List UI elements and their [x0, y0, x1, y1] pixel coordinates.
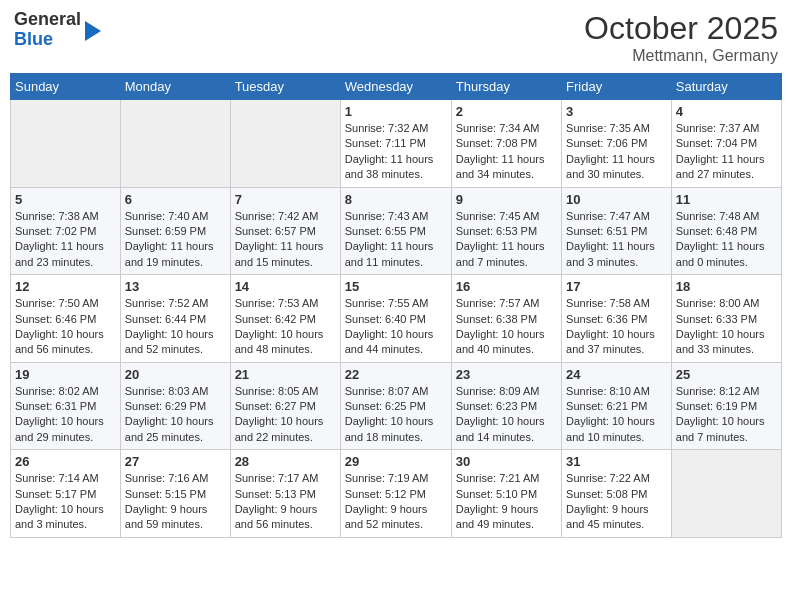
calendar-cell: 4Sunrise: 7:37 AM Sunset: 7:04 PM Daylig… — [671, 100, 781, 188]
calendar-table: SundayMondayTuesdayWednesdayThursdayFrid… — [10, 73, 782, 538]
title-block: October 2025 Mettmann, Germany — [584, 10, 778, 65]
month-year-title: October 2025 — [584, 10, 778, 47]
day-info: Sunrise: 8:02 AM Sunset: 6:31 PM Dayligh… — [15, 384, 116, 446]
day-info: Sunrise: 7:32 AM Sunset: 7:11 PM Dayligh… — [345, 121, 447, 183]
calendar-header-row: SundayMondayTuesdayWednesdayThursdayFrid… — [11, 74, 782, 100]
day-info: Sunrise: 7:57 AM Sunset: 6:38 PM Dayligh… — [456, 296, 557, 358]
calendar-cell: 14Sunrise: 7:53 AM Sunset: 6:42 PM Dayli… — [230, 275, 340, 363]
day-number: 1 — [345, 104, 447, 119]
day-info: Sunrise: 7:21 AM Sunset: 5:10 PM Dayligh… — [456, 471, 557, 533]
day-number: 2 — [456, 104, 557, 119]
calendar-cell: 23Sunrise: 8:09 AM Sunset: 6:23 PM Dayli… — [451, 362, 561, 450]
day-number: 20 — [125, 367, 226, 382]
day-number: 22 — [345, 367, 447, 382]
day-number: 9 — [456, 192, 557, 207]
calendar-cell: 26Sunrise: 7:14 AM Sunset: 5:17 PM Dayli… — [11, 450, 121, 538]
calendar-week-row: 5Sunrise: 7:38 AM Sunset: 7:02 PM Daylig… — [11, 187, 782, 275]
calendar-week-row: 1Sunrise: 7:32 AM Sunset: 7:11 PM Daylig… — [11, 100, 782, 188]
day-info: Sunrise: 7:50 AM Sunset: 6:46 PM Dayligh… — [15, 296, 116, 358]
logo-text: General Blue — [14, 10, 81, 50]
calendar-cell: 22Sunrise: 8:07 AM Sunset: 6:25 PM Dayli… — [340, 362, 451, 450]
day-number: 14 — [235, 279, 336, 294]
day-number: 3 — [566, 104, 667, 119]
day-info: Sunrise: 7:34 AM Sunset: 7:08 PM Dayligh… — [456, 121, 557, 183]
calendar-cell: 12Sunrise: 7:50 AM Sunset: 6:46 PM Dayli… — [11, 275, 121, 363]
day-info: Sunrise: 7:48 AM Sunset: 6:48 PM Dayligh… — [676, 209, 777, 271]
day-info: Sunrise: 7:52 AM Sunset: 6:44 PM Dayligh… — [125, 296, 226, 358]
calendar-cell: 31Sunrise: 7:22 AM Sunset: 5:08 PM Dayli… — [562, 450, 672, 538]
day-info: Sunrise: 7:19 AM Sunset: 5:12 PM Dayligh… — [345, 471, 447, 533]
calendar-cell: 16Sunrise: 7:57 AM Sunset: 6:38 PM Dayli… — [451, 275, 561, 363]
calendar-cell: 2Sunrise: 7:34 AM Sunset: 7:08 PM Daylig… — [451, 100, 561, 188]
day-number: 6 — [125, 192, 226, 207]
day-info: Sunrise: 8:03 AM Sunset: 6:29 PM Dayligh… — [125, 384, 226, 446]
header-saturday: Saturday — [671, 74, 781, 100]
day-info: Sunrise: 8:05 AM Sunset: 6:27 PM Dayligh… — [235, 384, 336, 446]
day-number: 23 — [456, 367, 557, 382]
day-number: 13 — [125, 279, 226, 294]
calendar-cell: 10Sunrise: 7:47 AM Sunset: 6:51 PM Dayli… — [562, 187, 672, 275]
header-wednesday: Wednesday — [340, 74, 451, 100]
calendar-cell — [11, 100, 121, 188]
day-info: Sunrise: 7:47 AM Sunset: 6:51 PM Dayligh… — [566, 209, 667, 271]
day-info: Sunrise: 7:37 AM Sunset: 7:04 PM Dayligh… — [676, 121, 777, 183]
day-info: Sunrise: 8:10 AM Sunset: 6:21 PM Dayligh… — [566, 384, 667, 446]
day-number: 18 — [676, 279, 777, 294]
calendar-cell: 3Sunrise: 7:35 AM Sunset: 7:06 PM Daylig… — [562, 100, 672, 188]
calendar-cell: 25Sunrise: 8:12 AM Sunset: 6:19 PM Dayli… — [671, 362, 781, 450]
day-number: 17 — [566, 279, 667, 294]
calendar-cell: 13Sunrise: 7:52 AM Sunset: 6:44 PM Dayli… — [120, 275, 230, 363]
calendar-cell: 8Sunrise: 7:43 AM Sunset: 6:55 PM Daylig… — [340, 187, 451, 275]
calendar-cell: 27Sunrise: 7:16 AM Sunset: 5:15 PM Dayli… — [120, 450, 230, 538]
calendar-cell: 15Sunrise: 7:55 AM Sunset: 6:40 PM Dayli… — [340, 275, 451, 363]
day-number: 24 — [566, 367, 667, 382]
day-number: 30 — [456, 454, 557, 469]
calendar-cell: 7Sunrise: 7:42 AM Sunset: 6:57 PM Daylig… — [230, 187, 340, 275]
day-number: 31 — [566, 454, 667, 469]
header-friday: Friday — [562, 74, 672, 100]
day-number: 27 — [125, 454, 226, 469]
day-number: 7 — [235, 192, 336, 207]
logo: General Blue — [14, 10, 101, 50]
day-number: 10 — [566, 192, 667, 207]
calendar-week-row: 12Sunrise: 7:50 AM Sunset: 6:46 PM Dayli… — [11, 275, 782, 363]
calendar-cell: 11Sunrise: 7:48 AM Sunset: 6:48 PM Dayli… — [671, 187, 781, 275]
calendar-cell: 17Sunrise: 7:58 AM Sunset: 6:36 PM Dayli… — [562, 275, 672, 363]
calendar-cell: 24Sunrise: 8:10 AM Sunset: 6:21 PM Dayli… — [562, 362, 672, 450]
calendar-cell — [671, 450, 781, 538]
calendar-cell: 28Sunrise: 7:17 AM Sunset: 5:13 PM Dayli… — [230, 450, 340, 538]
day-number: 8 — [345, 192, 447, 207]
day-info: Sunrise: 7:40 AM Sunset: 6:59 PM Dayligh… — [125, 209, 226, 271]
calendar-cell: 21Sunrise: 8:05 AM Sunset: 6:27 PM Dayli… — [230, 362, 340, 450]
day-info: Sunrise: 8:00 AM Sunset: 6:33 PM Dayligh… — [676, 296, 777, 358]
calendar-cell: 5Sunrise: 7:38 AM Sunset: 7:02 PM Daylig… — [11, 187, 121, 275]
day-number: 11 — [676, 192, 777, 207]
calendar-cell: 1Sunrise: 7:32 AM Sunset: 7:11 PM Daylig… — [340, 100, 451, 188]
calendar-cell: 20Sunrise: 8:03 AM Sunset: 6:29 PM Dayli… — [120, 362, 230, 450]
calendar-week-row: 26Sunrise: 7:14 AM Sunset: 5:17 PM Dayli… — [11, 450, 782, 538]
calendar-cell: 29Sunrise: 7:19 AM Sunset: 5:12 PM Dayli… — [340, 450, 451, 538]
day-info: Sunrise: 8:09 AM Sunset: 6:23 PM Dayligh… — [456, 384, 557, 446]
location-subtitle: Mettmann, Germany — [584, 47, 778, 65]
calendar-cell — [230, 100, 340, 188]
day-info: Sunrise: 7:35 AM Sunset: 7:06 PM Dayligh… — [566, 121, 667, 183]
calendar-cell — [120, 100, 230, 188]
day-info: Sunrise: 7:42 AM Sunset: 6:57 PM Dayligh… — [235, 209, 336, 271]
calendar-cell: 6Sunrise: 7:40 AM Sunset: 6:59 PM Daylig… — [120, 187, 230, 275]
day-info: Sunrise: 7:58 AM Sunset: 6:36 PM Dayligh… — [566, 296, 667, 358]
calendar-cell: 30Sunrise: 7:21 AM Sunset: 5:10 PM Dayli… — [451, 450, 561, 538]
day-info: Sunrise: 7:45 AM Sunset: 6:53 PM Dayligh… — [456, 209, 557, 271]
calendar-cell: 19Sunrise: 8:02 AM Sunset: 6:31 PM Dayli… — [11, 362, 121, 450]
day-number: 19 — [15, 367, 116, 382]
day-number: 4 — [676, 104, 777, 119]
day-info: Sunrise: 7:22 AM Sunset: 5:08 PM Dayligh… — [566, 471, 667, 533]
logo-arrow-icon — [85, 21, 101, 41]
day-number: 29 — [345, 454, 447, 469]
day-number: 12 — [15, 279, 116, 294]
day-info: Sunrise: 7:53 AM Sunset: 6:42 PM Dayligh… — [235, 296, 336, 358]
calendar-cell: 9Sunrise: 7:45 AM Sunset: 6:53 PM Daylig… — [451, 187, 561, 275]
calendar-cell: 18Sunrise: 8:00 AM Sunset: 6:33 PM Dayli… — [671, 275, 781, 363]
calendar-week-row: 19Sunrise: 8:02 AM Sunset: 6:31 PM Dayli… — [11, 362, 782, 450]
day-number: 15 — [345, 279, 447, 294]
day-info: Sunrise: 7:43 AM Sunset: 6:55 PM Dayligh… — [345, 209, 447, 271]
